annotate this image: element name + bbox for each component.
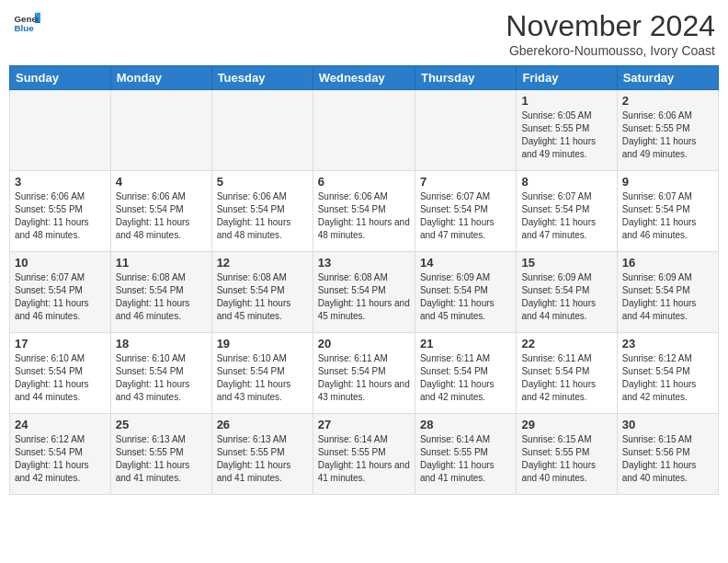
day-info: Sunrise: 6:15 AM Sunset: 5:55 PM Dayligh… xyxy=(521,433,611,485)
calendar-week-4: 17Sunrise: 6:10 AM Sunset: 5:54 PM Dayli… xyxy=(10,333,719,414)
calendar-week-2: 3Sunrise: 6:06 AM Sunset: 5:55 PM Daylig… xyxy=(10,171,719,252)
day-number: 30 xyxy=(622,418,713,431)
day-number: 26 xyxy=(217,418,308,431)
month-title: November 2024 xyxy=(506,9,715,43)
day-number: 23 xyxy=(622,337,713,350)
calendar-week-1: 1Sunrise: 6:05 AM Sunset: 5:55 PM Daylig… xyxy=(10,90,719,171)
day-info: Sunrise: 6:10 AM Sunset: 5:54 PM Dayligh… xyxy=(217,352,308,404)
day-info: Sunrise: 6:09 AM Sunset: 5:54 PM Dayligh… xyxy=(420,271,511,323)
col-header-saturday: Saturday xyxy=(617,66,718,90)
calendar-cell xyxy=(110,90,211,171)
day-number: 6 xyxy=(318,175,410,189)
calendar-cell: 10Sunrise: 6:07 AM Sunset: 5:54 PM Dayli… xyxy=(10,252,111,333)
day-info: Sunrise: 6:06 AM Sunset: 5:55 PM Dayligh… xyxy=(622,109,713,161)
day-info: Sunrise: 6:07 AM Sunset: 5:54 PM Dayligh… xyxy=(622,190,713,242)
day-info: Sunrise: 6:12 AM Sunset: 5:54 PM Dayligh… xyxy=(15,433,106,485)
calendar-cell: 12Sunrise: 6:08 AM Sunset: 5:54 PM Dayli… xyxy=(211,252,313,333)
calendar-cell: 29Sunrise: 6:15 AM Sunset: 5:55 PM Dayli… xyxy=(517,414,617,495)
day-number: 12 xyxy=(217,256,308,270)
day-info: Sunrise: 6:12 AM Sunset: 5:54 PM Dayligh… xyxy=(622,352,713,404)
day-info: Sunrise: 6:10 AM Sunset: 5:54 PM Dayligh… xyxy=(15,352,106,404)
day-info: Sunrise: 6:07 AM Sunset: 5:54 PM Dayligh… xyxy=(521,190,611,242)
day-number: 19 xyxy=(217,337,308,350)
logo-icon: General Blue xyxy=(13,9,40,37)
day-info: Sunrise: 6:06 AM Sunset: 5:54 PM Dayligh… xyxy=(217,190,308,242)
calendar-cell: 1Sunrise: 6:05 AM Sunset: 5:55 PM Daylig… xyxy=(517,90,617,171)
day-info: Sunrise: 6:06 AM Sunset: 5:55 PM Dayligh… xyxy=(15,190,106,242)
calendar-cell: 23Sunrise: 6:12 AM Sunset: 5:54 PM Dayli… xyxy=(617,333,718,414)
day-info: Sunrise: 6:10 AM Sunset: 5:54 PM Dayligh… xyxy=(116,352,207,404)
calendar-cell: 13Sunrise: 6:08 AM Sunset: 5:54 PM Dayli… xyxy=(313,252,415,333)
calendar-cell: 24Sunrise: 6:12 AM Sunset: 5:54 PM Dayli… xyxy=(10,414,111,495)
calendar-week-3: 10Sunrise: 6:07 AM Sunset: 5:54 PM Dayli… xyxy=(10,252,719,333)
calendar-cell: 5Sunrise: 6:06 AM Sunset: 5:54 PM Daylig… xyxy=(211,171,313,252)
calendar-header-row: SundayMondayTuesdayWednesdayThursdayFrid… xyxy=(10,66,719,90)
day-info: Sunrise: 6:08 AM Sunset: 5:54 PM Dayligh… xyxy=(318,271,410,323)
calendar-cell: 28Sunrise: 6:14 AM Sunset: 5:55 PM Dayli… xyxy=(415,414,516,495)
day-info: Sunrise: 6:07 AM Sunset: 5:54 PM Dayligh… xyxy=(420,190,511,242)
svg-text:Blue: Blue xyxy=(15,23,35,33)
calendar-cell xyxy=(211,90,313,171)
col-header-wednesday: Wednesday xyxy=(313,66,415,90)
calendar-cell: 4Sunrise: 6:06 AM Sunset: 5:54 PM Daylig… xyxy=(110,171,211,252)
day-number: 3 xyxy=(15,175,106,189)
day-number: 25 xyxy=(116,418,207,431)
day-number: 16 xyxy=(622,256,713,270)
calendar-cell: 2Sunrise: 6:06 AM Sunset: 5:55 PM Daylig… xyxy=(617,90,718,171)
day-number: 24 xyxy=(15,418,106,431)
calendar-cell xyxy=(313,90,415,171)
location-subtitle: Gberekoro-Noumousso, Ivory Coast xyxy=(506,43,715,58)
day-info: Sunrise: 6:11 AM Sunset: 5:54 PM Dayligh… xyxy=(420,352,511,404)
day-number: 22 xyxy=(521,337,611,350)
calendar-cell: 15Sunrise: 6:09 AM Sunset: 5:54 PM Dayli… xyxy=(517,252,617,333)
calendar-cell: 3Sunrise: 6:06 AM Sunset: 5:55 PM Daylig… xyxy=(10,171,111,252)
day-info: Sunrise: 6:15 AM Sunset: 5:56 PM Dayligh… xyxy=(622,433,713,485)
day-number: 21 xyxy=(420,337,511,350)
day-number: 28 xyxy=(420,418,511,431)
calendar-cell: 9Sunrise: 6:07 AM Sunset: 5:54 PM Daylig… xyxy=(617,171,718,252)
calendar-cell: 11Sunrise: 6:08 AM Sunset: 5:54 PM Dayli… xyxy=(110,252,211,333)
col-header-tuesday: Tuesday xyxy=(211,66,313,90)
day-number: 29 xyxy=(521,418,611,431)
day-number: 17 xyxy=(15,337,106,350)
day-number: 27 xyxy=(318,418,410,431)
page-header: General Blue November 2024 Gberekoro-Nou… xyxy=(9,9,719,58)
calendar-cell: 20Sunrise: 6:11 AM Sunset: 5:54 PM Dayli… xyxy=(313,333,415,414)
title-area: November 2024 Gberekoro-Noumousso, Ivory… xyxy=(506,9,715,58)
day-number: 11 xyxy=(116,256,207,270)
day-info: Sunrise: 6:08 AM Sunset: 5:54 PM Dayligh… xyxy=(116,271,207,323)
day-number: 8 xyxy=(521,175,611,189)
day-info: Sunrise: 6:14 AM Sunset: 5:55 PM Dayligh… xyxy=(420,433,511,485)
day-info: Sunrise: 6:14 AM Sunset: 5:55 PM Dayligh… xyxy=(318,433,410,485)
day-number: 15 xyxy=(521,256,611,270)
calendar-cell: 17Sunrise: 6:10 AM Sunset: 5:54 PM Dayli… xyxy=(10,333,111,414)
calendar-cell xyxy=(10,90,111,171)
day-number: 7 xyxy=(420,175,511,189)
calendar-cell: 16Sunrise: 6:09 AM Sunset: 5:54 PM Dayli… xyxy=(617,252,718,333)
day-info: Sunrise: 6:06 AM Sunset: 5:54 PM Dayligh… xyxy=(116,190,207,242)
day-number: 10 xyxy=(15,256,106,270)
day-info: Sunrise: 6:09 AM Sunset: 5:54 PM Dayligh… xyxy=(622,271,713,323)
calendar-cell: 25Sunrise: 6:13 AM Sunset: 5:55 PM Dayli… xyxy=(110,414,211,495)
calendar-cell: 30Sunrise: 6:15 AM Sunset: 5:56 PM Dayli… xyxy=(617,414,718,495)
day-info: Sunrise: 6:11 AM Sunset: 5:54 PM Dayligh… xyxy=(318,352,410,404)
col-header-sunday: Sunday xyxy=(10,66,111,90)
col-header-monday: Monday xyxy=(110,66,211,90)
day-info: Sunrise: 6:13 AM Sunset: 5:55 PM Dayligh… xyxy=(116,433,207,485)
calendar-cell: 21Sunrise: 6:11 AM Sunset: 5:54 PM Dayli… xyxy=(415,333,516,414)
calendar-cell: 22Sunrise: 6:11 AM Sunset: 5:54 PM Dayli… xyxy=(517,333,617,414)
col-header-thursday: Thursday xyxy=(415,66,516,90)
day-info: Sunrise: 6:07 AM Sunset: 5:54 PM Dayligh… xyxy=(15,271,106,323)
day-number: 2 xyxy=(622,94,713,108)
day-info: Sunrise: 6:08 AM Sunset: 5:54 PM Dayligh… xyxy=(217,271,308,323)
day-number: 18 xyxy=(116,337,207,350)
logo: General Blue xyxy=(13,9,40,37)
day-info: Sunrise: 6:13 AM Sunset: 5:55 PM Dayligh… xyxy=(217,433,308,485)
calendar-cell: 6Sunrise: 6:06 AM Sunset: 5:54 PM Daylig… xyxy=(313,171,415,252)
calendar-table: SundayMondayTuesdayWednesdayThursdayFrid… xyxy=(9,65,719,495)
day-number: 20 xyxy=(318,337,410,350)
day-info: Sunrise: 6:05 AM Sunset: 5:55 PM Dayligh… xyxy=(521,109,611,161)
calendar-cell: 7Sunrise: 6:07 AM Sunset: 5:54 PM Daylig… xyxy=(415,171,516,252)
calendar-cell: 19Sunrise: 6:10 AM Sunset: 5:54 PM Dayli… xyxy=(211,333,313,414)
day-number: 4 xyxy=(116,175,207,189)
